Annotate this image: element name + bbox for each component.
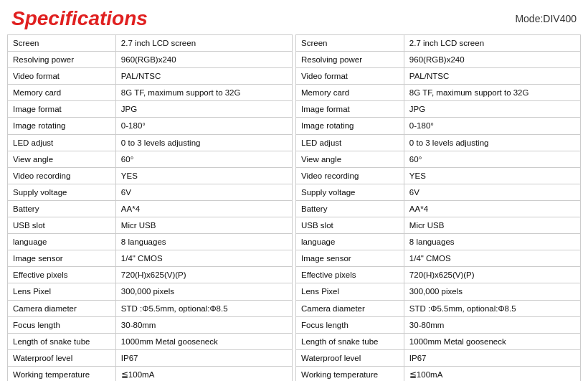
spec-value: 1/4" CMOS xyxy=(115,250,292,267)
table-row: LED adjust0 to 3 levels adjusting xyxy=(296,134,581,151)
spec-label: LED adjust xyxy=(8,134,116,151)
spec-value: 60° xyxy=(115,151,292,167)
spec-value: 2.7 inch LCD screen xyxy=(115,35,292,52)
table-row: Image sensor1/4" CMOS xyxy=(8,250,293,267)
spec-value: 0-180° xyxy=(115,118,292,134)
spec-value: 960(RGB)x240 xyxy=(115,52,292,68)
spec-label: Screen xyxy=(296,35,404,52)
table-row: Camera diameterSTD :Φ5.5mm, optional:Φ8.… xyxy=(8,300,293,316)
table-row: View angle60° xyxy=(8,151,293,167)
spec-value: AA*4 xyxy=(115,200,292,217)
table-row: Image sensor1/4" CMOS xyxy=(296,250,581,267)
table-row: Image rotating0-180° xyxy=(296,118,581,134)
specs-container: Screen2.7 inch LCD screenResolving power… xyxy=(0,34,588,381)
spec-label: Focus length xyxy=(8,316,116,333)
spec-label: LED adjust xyxy=(296,134,404,151)
specs-table-left: Screen2.7 inch LCD screenResolving power… xyxy=(7,34,293,381)
spec-label: Effective pixels xyxy=(296,267,404,283)
specs-table-right: Screen2.7 inch LCD screenResolving power… xyxy=(295,34,581,381)
spec-label: Lens Pixel xyxy=(296,283,404,300)
spec-label: Image sensor xyxy=(296,250,404,267)
spec-value: PAL/NTSC xyxy=(115,68,292,85)
spec-value: YES xyxy=(404,167,580,184)
table-row: View angle60° xyxy=(296,151,581,167)
spec-label: Image format xyxy=(8,101,116,118)
spec-label: View angle xyxy=(296,151,404,167)
table-row: Supply voltage6V xyxy=(8,184,293,200)
spec-value: YES xyxy=(115,167,292,184)
spec-value: AA*4 xyxy=(404,200,580,217)
table-row: Video formatPAL/NTSC xyxy=(8,68,293,85)
spec-label: Image format xyxy=(296,101,404,118)
table-row: Screen2.7 inch LCD screen xyxy=(8,35,293,52)
table-row: BatteryAA*4 xyxy=(296,200,581,217)
spec-value: 30-80mm xyxy=(115,316,292,333)
spec-value: 1/4" CMOS xyxy=(404,250,580,267)
spec-label: Working temperature xyxy=(296,366,404,381)
table-row: Memory card8G TF, maximum support to 32G xyxy=(296,85,581,101)
model-label: Mode:DIV400 xyxy=(515,13,577,24)
spec-value: 8 languages xyxy=(404,234,580,250)
spec-label: Camera diameter xyxy=(8,300,116,316)
table-row: Resolving power960(RGB)x240 xyxy=(8,52,293,68)
table-row: Length of snake tube1000mm Metal goosene… xyxy=(8,333,293,349)
table-row: Working temperature≦100mA xyxy=(8,366,293,381)
spec-label: Memory card xyxy=(8,85,116,101)
spec-value: 8G TF, maximum support to 32G xyxy=(115,85,292,101)
spec-label: Lens Pixel xyxy=(8,283,116,300)
spec-value: STD :Φ5.5mm, optional:Φ8.5 xyxy=(404,300,580,316)
spec-label: Supply voltage xyxy=(296,184,404,200)
spec-label: Focus length xyxy=(296,316,404,333)
spec-label: Image sensor xyxy=(8,250,116,267)
spec-label: Resolving power xyxy=(296,52,404,68)
table-row: USB slotMicr USB xyxy=(8,217,293,234)
table-row: Image formatJPG xyxy=(296,101,581,118)
table-row: Lens Pixel300,000 pixels xyxy=(296,283,581,300)
spec-value: 720(H)x625(V)(P) xyxy=(404,267,580,283)
spec-label: Screen xyxy=(8,35,116,52)
spec-label: language xyxy=(296,234,404,250)
table-row: Supply voltage6V xyxy=(296,184,581,200)
spec-label: USB slot xyxy=(296,217,404,234)
spec-label: View angle xyxy=(8,151,116,167)
spec-value: 0 to 3 levels adjusting xyxy=(115,134,292,151)
spec-value: 300,000 pixels xyxy=(404,283,580,300)
spec-label: Resolving power xyxy=(8,52,116,68)
spec-value: 30-80mm xyxy=(404,316,580,333)
spec-label: Length of snake tube xyxy=(296,333,404,349)
spec-value: PAL/NTSC xyxy=(404,68,580,85)
spec-value: 720(H)x625(V)(P) xyxy=(115,267,292,283)
spec-label: USB slot xyxy=(8,217,116,234)
table-row: USB slotMicr USB xyxy=(296,217,581,234)
spec-label: Memory card xyxy=(296,85,404,101)
spec-label: Battery xyxy=(296,200,404,217)
spec-value: 60° xyxy=(404,151,580,167)
table-row: Image rotating0-180° xyxy=(8,118,293,134)
spec-label: Length of snake tube xyxy=(8,333,116,349)
spec-label: Video format xyxy=(8,68,116,85)
spec-value: ≦100mA xyxy=(404,366,580,381)
table-row: Video formatPAL/NTSC xyxy=(296,68,581,85)
spec-label: Supply voltage xyxy=(8,184,116,200)
spec-value: 0 to 3 levels adjusting xyxy=(404,134,580,151)
table-row: Video recordingYES xyxy=(8,167,293,184)
spec-value: 8 languages xyxy=(115,234,292,250)
spec-value: 6V xyxy=(404,184,580,200)
spec-value: STD :Φ5.5mm, optional:Φ8.5 xyxy=(115,300,292,316)
spec-value: 300,000 pixels xyxy=(115,283,292,300)
table-row: Effective pixels720(H)x625(V)(P) xyxy=(296,267,581,283)
table-row: Lens Pixel300,000 pixels xyxy=(8,283,293,300)
spec-value: Micr USB xyxy=(115,217,292,234)
page-title: Specifications xyxy=(11,7,148,30)
spec-value: IP67 xyxy=(404,349,580,366)
spec-label: Image rotating xyxy=(8,118,116,134)
spec-label: Video format xyxy=(296,68,404,85)
table-row: Memory card8G TF, maximum support to 32G xyxy=(8,85,293,101)
table-row: Resolving power960(RGB)x240 xyxy=(296,52,581,68)
table-row: language8 languages xyxy=(8,234,293,250)
table-row: language8 languages xyxy=(296,234,581,250)
table-row: Length of snake tube1000mm Metal goosene… xyxy=(296,333,581,349)
table-row: Waterproof levelIP67 xyxy=(296,349,581,366)
table-row: Working temperature≦100mA xyxy=(296,366,581,381)
spec-label: Image rotating xyxy=(296,118,404,134)
